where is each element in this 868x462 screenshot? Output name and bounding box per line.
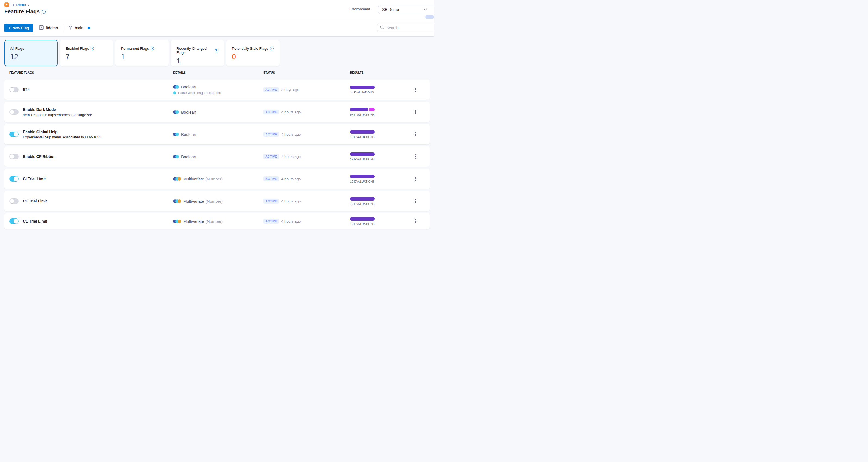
flag-type-variant: (Number) xyxy=(206,219,223,224)
row-menu-button[interactable] xyxy=(413,87,417,93)
flag-type-icon xyxy=(173,220,181,223)
environment-label: Environment xyxy=(349,7,370,11)
evaluations-count: 19 EVALUATIONS xyxy=(350,222,375,226)
status-badge: ACTIVE xyxy=(264,176,279,181)
branch-name: main xyxy=(75,26,83,30)
repo-selector[interactable]: ffdemo xyxy=(39,19,58,37)
toggle-knob xyxy=(9,199,14,203)
toggle-knob xyxy=(13,176,19,181)
row-menu-button[interactable] xyxy=(413,131,417,137)
flag-type-label: Multivariate xyxy=(183,177,204,181)
evaluations-count: 19 EVALUATIONS xyxy=(350,202,375,205)
status-badge: ACTIVE xyxy=(264,154,279,159)
flag-type-label: Multivariate xyxy=(183,199,204,203)
flag-toggle[interactable] xyxy=(9,154,19,159)
git-branch-icon xyxy=(68,25,72,31)
last-updated-text: 4 hours ago xyxy=(281,219,301,223)
stat-label: Enabled Flags xyxy=(65,46,89,51)
last-updated-text: 4 hours ago xyxy=(281,110,301,114)
column-header-status: STATUS xyxy=(264,71,350,74)
stat-card-permanent-flags[interactable]: Permanent Flagsi 1 xyxy=(115,40,168,66)
flag-type-label: Boolean xyxy=(181,132,196,137)
scrollbar-thumb[interactable] xyxy=(425,15,434,19)
stat-card-potentially-stale-flags[interactable]: Potentially Stale Flagsi 0 xyxy=(226,40,280,66)
flag-name[interactable]: Enable Dark Mode xyxy=(23,107,92,112)
evaluations-bar xyxy=(350,217,375,221)
breadcrumb-project-link[interactable]: FF Demo xyxy=(10,3,26,7)
table-row: CI Trial Limit Multivariate (Number) ACT… xyxy=(4,169,430,189)
new-flag-button[interactable]: + New Flag xyxy=(4,24,33,32)
page-header: ⚑ FF Demo Feature Flags i Environment SE… xyxy=(0,0,434,19)
info-icon[interactable]: i xyxy=(91,47,94,50)
row-menu-button[interactable] xyxy=(413,198,417,204)
row-menu-button[interactable] xyxy=(413,153,417,160)
branch-selector[interactable]: main xyxy=(68,19,90,37)
stat-value: 1 xyxy=(121,53,163,61)
last-updated-text: 4 hours ago xyxy=(281,155,301,159)
flag-name[interactable]: ff44 xyxy=(23,88,30,92)
evaluations-bar xyxy=(350,130,375,134)
search-input[interactable] xyxy=(386,26,434,30)
status-badge: ACTIVE xyxy=(264,87,279,92)
flag-toggle[interactable] xyxy=(9,176,19,182)
flag-type-icon xyxy=(173,199,181,203)
row-menu-button[interactable] xyxy=(413,218,417,225)
status-badge: ACTIVE xyxy=(264,199,279,203)
flags-toolbar: + New Flag ffdemo main xyxy=(0,19,434,37)
flag-name[interactable]: CF Trial Limit xyxy=(23,199,47,203)
evaluations-count: 98 EVALUATIONS xyxy=(350,113,375,116)
search-icon xyxy=(380,25,384,30)
stat-label: Permanent Flags xyxy=(121,46,149,51)
flag-type-icon xyxy=(173,177,181,181)
stat-card-enabled-flags[interactable]: Enabled Flagsi 7 xyxy=(60,40,113,66)
last-updated-text: 4 hours ago xyxy=(281,132,301,136)
flag-type-icon xyxy=(173,133,179,136)
info-icon[interactable]: i xyxy=(42,10,46,13)
flag-type-variant: (Number) xyxy=(206,177,223,181)
repository-icon xyxy=(39,25,44,31)
toggle-knob xyxy=(13,132,19,137)
table-row: Enable CF Ribbon Boolean ACTIVE 4 hours … xyxy=(4,146,430,167)
toggle-knob xyxy=(9,109,14,114)
table-row: CF Trial Limit Multivariate (Number) ACT… xyxy=(4,191,430,211)
repo-name: ffdemo xyxy=(46,26,58,30)
stat-value: 0 xyxy=(232,53,274,61)
row-menu-button[interactable] xyxy=(413,175,417,182)
last-updated-text: 3 days ago xyxy=(281,88,300,92)
info-icon[interactable]: i xyxy=(151,47,154,50)
info-icon[interactable]: i xyxy=(270,47,274,50)
evaluations-bar xyxy=(350,175,375,178)
row-menu-button[interactable] xyxy=(413,109,417,115)
stat-value: 1 xyxy=(177,57,218,65)
info-icon[interactable]: i xyxy=(215,49,218,53)
toggle-knob xyxy=(9,87,14,92)
flag-toggle[interactable] xyxy=(9,132,19,137)
stat-card-recently-changed-flags[interactable]: Recently Changed Flagsi 1 xyxy=(171,40,224,66)
flags-content: All Flags 12 Enabled Flagsi 7 Permanent … xyxy=(0,40,434,229)
flag-type-label: Boolean xyxy=(181,154,196,159)
flag-toggle[interactable] xyxy=(9,109,19,115)
breadcrumb: ⚑ FF Demo xyxy=(4,2,30,7)
table-row: ff44 Boolean False when flag is Disabled… xyxy=(4,79,430,100)
stat-card-all-flags[interactable]: All Flags 12 xyxy=(4,40,58,66)
toggle-knob xyxy=(13,219,19,224)
last-updated-text: 4 hours ago xyxy=(281,177,301,181)
status-badge: ACTIVE xyxy=(264,132,279,137)
flag-type-icon xyxy=(173,85,179,89)
flag-name[interactable]: Enable Global Help xyxy=(23,130,102,134)
flag-toggle[interactable] xyxy=(9,87,19,92)
flag-name[interactable]: CI Trial Limit xyxy=(23,177,46,181)
environment-select[interactable]: SE Demo xyxy=(378,5,434,14)
flag-toggle[interactable] xyxy=(9,219,19,224)
toggle-knob xyxy=(9,154,14,159)
flag-type-label: Boolean xyxy=(181,110,196,114)
table-row: Enable Dark Mode demo endpoint: https://… xyxy=(4,102,430,122)
flag-toggle[interactable] xyxy=(9,198,19,204)
evaluations-count: 4 EVALUATIONS xyxy=(351,91,374,94)
flag-name[interactable]: Enable CF Ribbon xyxy=(23,154,56,159)
table-row: Enable Global Help Experimental help men… xyxy=(4,124,430,144)
chevron-right-icon xyxy=(28,3,30,6)
column-header-results: RESULTS xyxy=(350,71,412,74)
flag-type-icon xyxy=(173,110,179,114)
flag-name[interactable]: CE Trial Limit xyxy=(23,219,47,223)
